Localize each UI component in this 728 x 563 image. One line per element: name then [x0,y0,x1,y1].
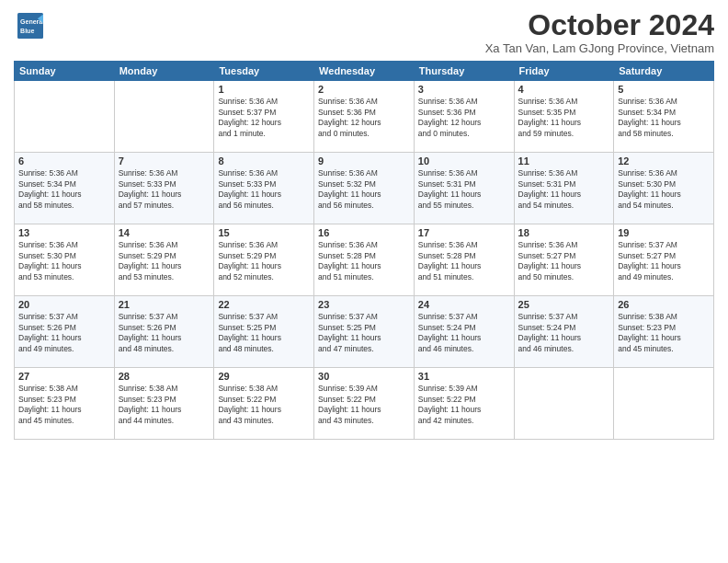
svg-rect-0 [17,13,43,39]
calendar-header-monday: Monday [114,62,214,81]
day-info: Sunrise: 5:36 AM Sunset: 5:32 PM Dayligh… [318,168,410,211]
calendar-header-friday: Friday [514,62,614,81]
day-number: 5 [618,84,710,95]
day-number: 14 [119,227,210,238]
calendar-week-2: 13Sunrise: 5:36 AM Sunset: 5:30 PM Dayli… [15,224,714,296]
calendar-cell: 22Sunrise: 5:37 AM Sunset: 5:25 PM Dayli… [214,296,314,368]
day-info: Sunrise: 5:39 AM Sunset: 5:22 PM Dayligh… [318,384,410,426]
logo: General Blue [14,13,43,39]
calendar-cell [15,81,115,153]
day-number: 4 [518,84,610,95]
calendar-header-thursday: Thursday [414,62,514,81]
calendar-cell: 10Sunrise: 5:36 AM Sunset: 5:31 PM Dayli… [414,153,514,224]
calendar-cell: 11Sunrise: 5:36 AM Sunset: 5:31 PM Dayli… [514,153,614,224]
calendar-cell: 23Sunrise: 5:37 AM Sunset: 5:25 PM Dayli… [314,296,415,368]
day-info: Sunrise: 5:38 AM Sunset: 5:23 PM Dayligh… [18,384,110,426]
day-info: Sunrise: 5:36 AM Sunset: 5:29 PM Dayligh… [218,240,310,282]
calendar-header-row: SundayMondayTuesdayWednesdayThursdayFrid… [15,62,714,81]
day-info: Sunrise: 5:37 AM Sunset: 5:26 PM Dayligh… [18,312,110,354]
calendar-cell: 2Sunrise: 5:36 AM Sunset: 5:36 PM Daylig… [314,81,415,153]
day-info: Sunrise: 5:37 AM Sunset: 5:24 PM Dayligh… [418,312,510,354]
day-info: Sunrise: 5:36 AM Sunset: 5:34 PM Dayligh… [18,168,110,211]
day-info: Sunrise: 5:36 AM Sunset: 5:30 PM Dayligh… [18,240,110,282]
calendar-cell: 8Sunrise: 5:36 AM Sunset: 5:33 PM Daylig… [214,153,314,224]
day-number: 30 [318,371,410,382]
day-number: 18 [518,227,610,238]
day-number: 19 [618,227,710,238]
day-number: 9 [318,155,410,167]
calendar-cell: 15Sunrise: 5:36 AM Sunset: 5:29 PM Dayli… [214,224,314,296]
calendar-cell [614,368,714,440]
day-info: Sunrise: 5:36 AM Sunset: 5:28 PM Dayligh… [418,240,510,282]
day-info: Sunrise: 5:36 AM Sunset: 5:31 PM Dayligh… [418,168,510,211]
day-info: Sunrise: 5:37 AM Sunset: 5:27 PM Dayligh… [618,240,710,282]
day-number: 10 [418,155,510,167]
location: Xa Tan Van, Lam GJong Province, Vietnam [485,41,714,55]
calendar-header-wednesday: Wednesday [314,62,415,81]
calendar: SundayMondayTuesdayWednesdayThursdayFrid… [14,61,714,440]
day-number: 29 [218,371,310,382]
day-number: 24 [418,299,510,310]
calendar-cell: 27Sunrise: 5:38 AM Sunset: 5:23 PM Dayli… [15,368,115,440]
day-info: Sunrise: 5:36 AM Sunset: 5:35 PM Dayligh… [518,97,610,139]
day-info: Sunrise: 5:38 AM Sunset: 5:23 PM Dayligh… [618,312,710,354]
day-info: Sunrise: 5:36 AM Sunset: 5:34 PM Dayligh… [618,97,710,139]
day-info: Sunrise: 5:36 AM Sunset: 5:27 PM Dayligh… [518,240,610,282]
month-title: October 2024 [485,9,714,41]
day-info: Sunrise: 5:36 AM Sunset: 5:33 PM Dayligh… [218,168,310,211]
day-info: Sunrise: 5:36 AM Sunset: 5:28 PM Dayligh… [318,240,410,282]
calendar-cell: 25Sunrise: 5:37 AM Sunset: 5:24 PM Dayli… [514,296,614,368]
day-info: Sunrise: 5:39 AM Sunset: 5:22 PM Dayligh… [418,384,510,426]
day-number: 23 [318,299,410,310]
calendar-cell: 14Sunrise: 5:36 AM Sunset: 5:29 PM Dayli… [114,224,214,296]
calendar-cell: 21Sunrise: 5:37 AM Sunset: 5:26 PM Dayli… [114,296,214,368]
day-number: 17 [418,227,510,238]
calendar-cell: 1Sunrise: 5:36 AM Sunset: 5:37 PM Daylig… [214,81,314,153]
calendar-cell: 12Sunrise: 5:36 AM Sunset: 5:30 PM Dayli… [614,153,714,224]
day-number: 2 [318,84,410,95]
calendar-cell: 29Sunrise: 5:38 AM Sunset: 5:22 PM Dayli… [214,368,314,440]
calendar-header-tuesday: Tuesday [214,62,314,81]
day-number: 7 [119,155,210,167]
calendar-cell: 7Sunrise: 5:36 AM Sunset: 5:33 PM Daylig… [114,153,214,224]
logo-icon: General Blue [17,13,43,39]
day-number: 22 [218,299,310,310]
header: General Blue October 2024 Xa Tan Van, La… [14,9,714,55]
calendar-cell: 13Sunrise: 5:36 AM Sunset: 5:30 PM Dayli… [15,224,115,296]
calendar-cell: 30Sunrise: 5:39 AM Sunset: 5:22 PM Dayli… [314,368,415,440]
day-number: 16 [318,227,410,238]
calendar-cell [514,368,614,440]
calendar-week-3: 20Sunrise: 5:37 AM Sunset: 5:26 PM Dayli… [15,296,714,368]
page: General Blue October 2024 Xa Tan Van, La… [0,0,728,563]
day-info: Sunrise: 5:36 AM Sunset: 5:36 PM Dayligh… [418,97,510,139]
calendar-header-saturday: Saturday [614,62,714,81]
day-number: 12 [618,155,710,167]
calendar-cell: 9Sunrise: 5:36 AM Sunset: 5:32 PM Daylig… [314,153,415,224]
calendar-cell: 18Sunrise: 5:36 AM Sunset: 5:27 PM Dayli… [514,224,614,296]
calendar-cell: 6Sunrise: 5:36 AM Sunset: 5:34 PM Daylig… [15,153,115,224]
day-info: Sunrise: 5:36 AM Sunset: 5:36 PM Dayligh… [318,97,410,139]
calendar-cell: 3Sunrise: 5:36 AM Sunset: 5:36 PM Daylig… [414,81,514,153]
calendar-cell: 31Sunrise: 5:39 AM Sunset: 5:22 PM Dayli… [414,368,514,440]
calendar-week-1: 6Sunrise: 5:36 AM Sunset: 5:34 PM Daylig… [15,153,714,224]
day-number: 27 [18,371,110,382]
calendar-week-4: 27Sunrise: 5:38 AM Sunset: 5:23 PM Dayli… [15,368,714,440]
day-number: 13 [18,227,110,238]
day-number: 3 [418,84,510,95]
title-block: October 2024 Xa Tan Van, Lam GJong Provi… [485,9,714,55]
calendar-cell: 5Sunrise: 5:36 AM Sunset: 5:34 PM Daylig… [614,81,714,153]
day-info: Sunrise: 5:36 AM Sunset: 5:31 PM Dayligh… [518,168,610,211]
day-number: 25 [518,299,610,310]
calendar-cell: 28Sunrise: 5:38 AM Sunset: 5:23 PM Dayli… [114,368,214,440]
calendar-week-0: 1Sunrise: 5:36 AM Sunset: 5:37 PM Daylig… [15,81,714,153]
day-info: Sunrise: 5:36 AM Sunset: 5:29 PM Dayligh… [119,240,210,282]
day-number: 31 [418,371,510,382]
day-info: Sunrise: 5:36 AM Sunset: 5:30 PM Dayligh… [618,168,710,211]
day-info: Sunrise: 5:37 AM Sunset: 5:26 PM Dayligh… [119,312,210,354]
svg-text:Blue: Blue [20,28,34,34]
day-number: 21 [119,299,210,310]
day-info: Sunrise: 5:36 AM Sunset: 5:37 PM Dayligh… [218,97,310,139]
calendar-cell: 16Sunrise: 5:36 AM Sunset: 5:28 PM Dayli… [314,224,415,296]
calendar-cell: 20Sunrise: 5:37 AM Sunset: 5:26 PM Dayli… [15,296,115,368]
day-info: Sunrise: 5:37 AM Sunset: 5:25 PM Dayligh… [218,312,310,354]
